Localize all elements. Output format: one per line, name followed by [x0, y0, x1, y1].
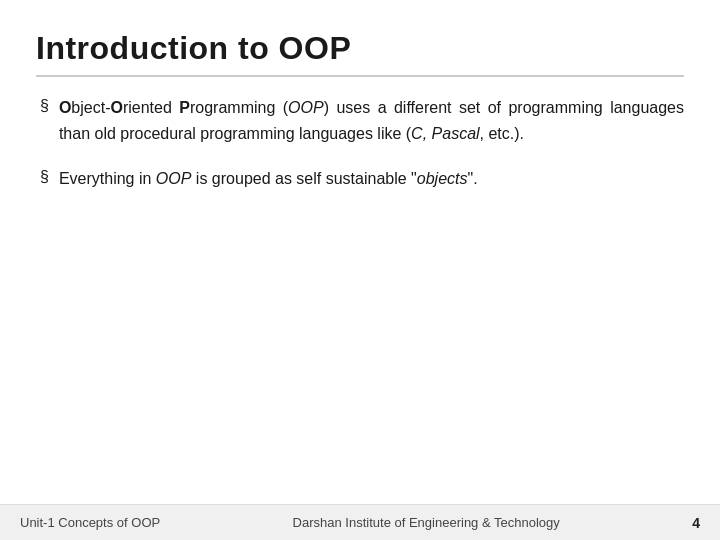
bold-P: P — [179, 99, 190, 116]
oop-italic-2: OOP — [156, 170, 192, 187]
slide-container: Introduction to OOP § Object-Oriented Pr… — [0, 0, 720, 540]
text-etc: , etc.). — [480, 125, 524, 142]
footer-page-number: 4 — [692, 515, 700, 531]
text-rogramming: rogramming ( — [190, 99, 288, 116]
c-pascal-italic: C, Pascal — [411, 125, 479, 142]
bullet-text-1: Object-Oriented Programming (OOP) uses a… — [59, 95, 684, 146]
footer-left: Unit-1 Concepts of OOP — [20, 515, 160, 530]
text-riented: riented — [123, 99, 179, 116]
bullet-item-2: § Everything in OOP is grouped as self s… — [40, 166, 684, 192]
text-everything: Everything in — [59, 170, 156, 187]
bold-O: O — [59, 99, 71, 116]
bullet-text-2: Everything in OOP is grouped as self sus… — [59, 166, 478, 192]
bold-O2: O — [110, 99, 122, 116]
text-bject: bject- — [71, 99, 110, 116]
oop-italic-1: OOP — [288, 99, 324, 116]
title-section: Introduction to OOP — [36, 30, 684, 77]
bullet-symbol-1: § — [40, 97, 49, 115]
text-grouped: is grouped as self sustainable " — [191, 170, 416, 187]
footer-center: Darshan Institute of Engineering & Techn… — [293, 515, 560, 530]
slide-title: Introduction to OOP — [36, 30, 684, 67]
footer: Unit-1 Concepts of OOP Darshan Institute… — [0, 504, 720, 540]
bullet-item-1: § Object-Oriented Programming (OOP) uses… — [40, 95, 684, 146]
bullet-symbol-2: § — [40, 168, 49, 186]
text-quote-end: ". — [467, 170, 477, 187]
content-section: § Object-Oriented Programming (OOP) uses… — [36, 95, 684, 540]
objects-italic: objects — [417, 170, 468, 187]
